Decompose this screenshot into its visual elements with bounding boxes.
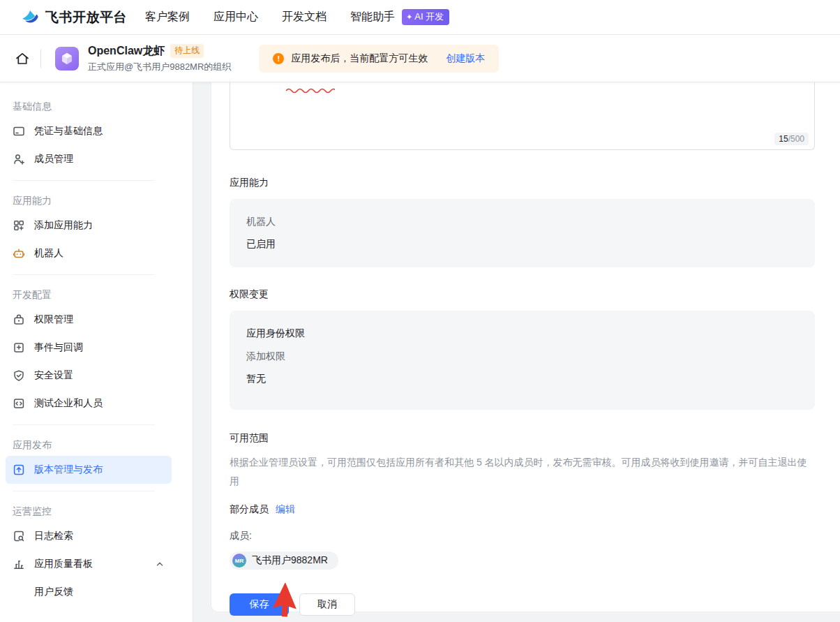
- sidebar-item-label: 权限管理: [34, 313, 73, 326]
- sidebar-item-permissions[interactable]: 权限管理: [6, 306, 172, 334]
- banner-text: 应用发布后，当前配置方可生效: [291, 52, 428, 65]
- sidebar-group-capabilities: 应用能力: [6, 188, 172, 212]
- home-button[interactable]: [10, 46, 35, 71]
- chevron-up-icon[interactable]: [155, 559, 165, 569]
- spellcheck-squiggly: [286, 83, 335, 96]
- capability-box: 机器人 已启用: [230, 199, 815, 267]
- nav-links: 客户案例 应用中心 开发文档 智能助手 ✦AI 开发: [145, 9, 449, 25]
- sparkle-icon: ✦: [406, 13, 412, 22]
- sidebar-item-label: 应用质量看板: [34, 558, 93, 570]
- code-square-icon: [13, 397, 25, 410]
- nav-link-appcenter[interactable]: 应用中心: [213, 10, 258, 24]
- arrow-up-square-icon: [13, 464, 25, 476]
- sidebar-item-test-org[interactable]: 测试企业和人员: [6, 390, 172, 417]
- brand-name: 飞书开放平台: [45, 8, 127, 27]
- create-version-link[interactable]: 创建版本: [446, 52, 485, 65]
- shield-check-icon: [13, 369, 25, 382]
- sidebar-group-basic-info: 基础信息: [6, 94, 172, 117]
- permission-added-label: 添加权限: [246, 350, 798, 363]
- nav-link-cases[interactable]: 客户案例: [145, 10, 190, 24]
- sidebar-item-bot[interactable]: 机器人: [6, 239, 172, 267]
- app-meta: OpenClaw龙虾 待上线 正式应用@飞书用户9882MR的组织: [88, 44, 231, 73]
- member-avatar: MR: [232, 554, 246, 568]
- grid-plus-icon: [13, 219, 25, 232]
- capability-status: 已启用: [246, 238, 798, 251]
- nav-link-docs[interactable]: 开发文档: [282, 10, 327, 24]
- sidebar-item-version-release[interactable]: 版本管理与发布: [6, 456, 172, 484]
- sidebar-item-label: 事件与回调: [34, 341, 83, 354]
- sidebar-item-label: 版本管理与发布: [34, 464, 103, 476]
- nav-link-assistant[interactable]: 智能助手: [350, 10, 395, 24]
- sidebar-divider: [13, 274, 155, 275]
- app-name: OpenClaw龙虾: [88, 44, 165, 59]
- publish-warning-banner: ! 应用发布后，当前配置方可生效 创建版本: [259, 45, 499, 73]
- warning-icon: !: [273, 53, 284, 64]
- scope-description: 根据企业管理员设置，可用范围仅包括应用所有者和其他 5 名以内成员时，发布无需审…: [230, 453, 816, 491]
- app-header: OpenClaw龙虾 待上线 正式应用@飞书用户9882MR的组织 ! 应用发布…: [0, 35, 840, 82]
- sidebar-item-label: 成员管理: [34, 153, 73, 165]
- sidebar-item-log-search[interactable]: 日志检索: [6, 522, 172, 550]
- header-divider: [40, 50, 41, 68]
- description-textarea[interactable]: 15/500: [230, 82, 815, 150]
- permission-scope-title: 应用身份权限: [246, 327, 798, 340]
- version-config-panel: 15/500 应用能力 机器人 已启用 权限变更 应用身份权限 添加权限 暂无 …: [211, 82, 840, 612]
- action-buttons: 保存 取消: [230, 593, 815, 616]
- cancel-button[interactable]: 取消: [299, 593, 355, 616]
- sidebar-item-label: 测试企业和人员: [34, 397, 103, 410]
- cube-icon: [59, 51, 75, 66]
- sidebar-item-quality-dashboard[interactable]: 应用质量看板: [6, 550, 172, 578]
- scope-section-title: 可用范围: [230, 432, 815, 445]
- sidebar-item-label: 安全设置: [34, 369, 73, 382]
- sidebar-group-dev-config: 开发配置: [6, 282, 172, 306]
- scope-mode-row: 部分成员 编辑: [230, 503, 815, 516]
- sidebar-item-add-capability[interactable]: 添加应用能力: [6, 212, 172, 239]
- status-badge: 待上线: [170, 44, 204, 58]
- capability-section-title: 应用能力: [230, 177, 815, 189]
- bar-chart-icon: [13, 558, 25, 570]
- edit-scope-link[interactable]: 编辑: [276, 503, 295, 516]
- doc-search-icon: [13, 530, 25, 542]
- sidebar-item-credentials[interactable]: 凭证与基础信息: [6, 117, 172, 145]
- sidebar-item-events[interactable]: 事件与回调: [6, 334, 172, 362]
- user-plus-icon: [13, 153, 25, 165]
- permission-section-title: 权限变更: [230, 288, 815, 301]
- sidebar-group-release: 应用发布: [6, 432, 172, 456]
- char-counter: 15/500: [774, 133, 809, 145]
- sidebar-item-label: 凭证与基础信息: [34, 125, 103, 138]
- members-label: 成员:: [230, 530, 815, 542]
- sidebar-item-label: 机器人: [34, 247, 63, 260]
- ai-dev-badge[interactable]: ✦AI 开发: [402, 9, 449, 25]
- save-button[interactable]: 保存: [230, 593, 289, 616]
- sidebar-item-security[interactable]: 安全设置: [6, 362, 172, 390]
- capability-name: 机器人: [246, 216, 798, 228]
- app-avatar: [55, 47, 79, 71]
- member-name: 飞书用户9882MR: [252, 554, 328, 567]
- sidebar-divider: [13, 424, 155, 425]
- permission-none: 暂无: [246, 373, 798, 385]
- sidebar-divider: [13, 491, 155, 491]
- main-area: 15/500 应用能力 机器人 已启用 权限变更 应用身份权限 添加权限 暂无 …: [193, 82, 840, 622]
- id-card-icon: [13, 125, 25, 138]
- app-org-line: 正式应用@飞书用户9882MR的组织: [88, 61, 231, 73]
- sidebar-group-monitoring: 运营监控: [6, 498, 172, 522]
- lock-icon: [13, 313, 25, 326]
- plus-square-icon: [13, 341, 25, 354]
- top-navbar: 飞书开放平台 客户案例 应用中心 开发文档 智能助手 ✦AI 开发: [0, 0, 840, 35]
- member-chip: MR 飞书用户9882MR: [230, 551, 338, 570]
- home-icon: [14, 50, 31, 67]
- sidebar: 基础信息 凭证与基础信息 成员管理 应用能力: [0, 82, 193, 622]
- permission-box: 应用身份权限 添加权限 暂无: [230, 311, 815, 410]
- sidebar-item-user-feedback[interactable]: 用户反馈: [6, 578, 172, 606]
- scope-mode-label: 部分成员: [230, 503, 269, 516]
- feishu-logo-icon: [21, 8, 40, 27]
- sidebar-item-members[interactable]: 成员管理: [6, 145, 172, 173]
- sidebar-item-label: 日志检索: [34, 530, 73, 542]
- sidebar-divider: [13, 180, 155, 181]
- brand[interactable]: 飞书开放平台: [21, 8, 127, 27]
- sidebar-item-label: 用户反馈: [34, 586, 73, 598]
- sidebar-item-label: 添加应用能力: [34, 219, 93, 232]
- robot-icon: [13, 247, 25, 260]
